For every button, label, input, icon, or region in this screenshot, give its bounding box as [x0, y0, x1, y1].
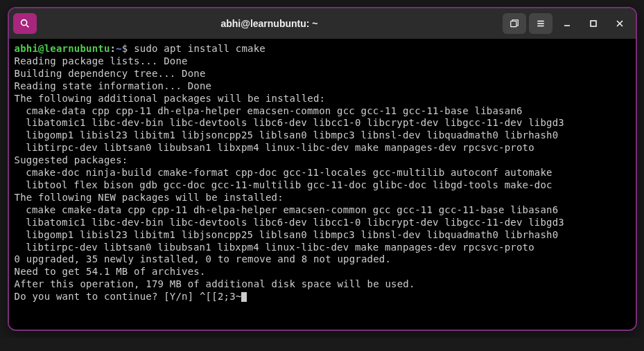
minimize-icon — [563, 19, 571, 28]
maximize-button[interactable] — [582, 13, 605, 34]
maximize-icon — [589, 19, 598, 28]
output-line: libtirpc-dev libtsan0 libubsan1 libxpm4 … — [15, 142, 630, 154]
command-text: sudo apt install cmake — [134, 43, 266, 54]
prompt-colon: : — [110, 43, 116, 54]
new-tab-button[interactable] — [503, 13, 526, 34]
search-icon — [19, 18, 31, 29]
output-line: libtirpc-dev libtsan0 libubsan1 libxpm4 … — [15, 242, 630, 254]
output-line: Reading state information... Done — [15, 80, 630, 93]
output-line: Suggested packages: — [15, 154, 630, 167]
output-line: cmake-doc ninja-build cmake-format cpp-d… — [15, 167, 630, 179]
prompt-user-host: abhi@learnubuntu — [15, 43, 110, 54]
svg-rect-2 — [510, 21, 516, 27]
output-line: 0 upgraded, 35 newly installed, 0 to rem… — [15, 253, 630, 266]
svg-point-0 — [21, 20, 26, 26]
output-line: libatomic1 libc-dev-bin libc-devtools li… — [15, 217, 630, 229]
minimize-button[interactable] — [555, 13, 579, 34]
output-line: Reading package lists... Done — [15, 55, 630, 68]
output-line: libtool flex bison gdb gcc-doc gcc-11-mu… — [15, 179, 630, 192]
window-title: abhi@learnubuntu: ~ — [41, 18, 498, 29]
terminal-body[interactable]: abhi@learnubuntu:~$ sudo apt install cma… — [9, 39, 636, 330]
svg-line-1 — [26, 25, 28, 27]
prompt-line: abhi@learnubuntu:~$ sudo apt install cma… — [15, 43, 630, 55]
titlebar-controls — [503, 13, 632, 34]
continue-prompt: Do you want to continue? [Y/n] ^[[2;3~ — [15, 291, 242, 302]
prompt-symbol: $ — [122, 43, 128, 54]
output-line: libatomic1 libc-dev-bin libc-devtools li… — [15, 117, 630, 129]
output-line: The following additional packages will b… — [15, 93, 630, 105]
search-button[interactable] — [13, 13, 37, 34]
output-line: Need to get 54.1 MB of archives. — [15, 266, 630, 278]
output-line: cmake cmake-data cpp cpp-11 dh-elpa-help… — [15, 204, 630, 217]
hamburger-icon — [536, 19, 546, 28]
output-line: Building dependency tree... Done — [15, 68, 630, 80]
close-button[interactable] — [608, 13, 632, 34]
titlebar: abhi@learnubuntu: ~ — [9, 8, 636, 39]
output-line: cmake-data cpp cpp-11 dh-elpa-helper ema… — [15, 105, 630, 118]
prompt-path: ~ — [116, 43, 122, 54]
output-line: After this operation, 179 MB of addition… — [15, 278, 630, 291]
output-line: libgomp1 libisl23 libitm1 libjsoncpp25 l… — [15, 129, 630, 142]
output-line: libgomp1 libisl23 libitm1 libjsoncpp25 l… — [15, 229, 630, 242]
output-line: Do you want to continue? [Y/n] ^[[2;3~ — [15, 291, 630, 303]
terminal-window: abhi@learnubuntu: ~ abhi@learnubuntu:~$ … — [8, 7, 637, 331]
new-tab-icon — [510, 19, 519, 28]
menu-button[interactable] — [529, 13, 552, 34]
close-icon — [616, 19, 624, 28]
output-line: The following NEW packages will be insta… — [15, 192, 630, 204]
svg-rect-7 — [591, 21, 596, 26]
cursor — [241, 292, 247, 302]
